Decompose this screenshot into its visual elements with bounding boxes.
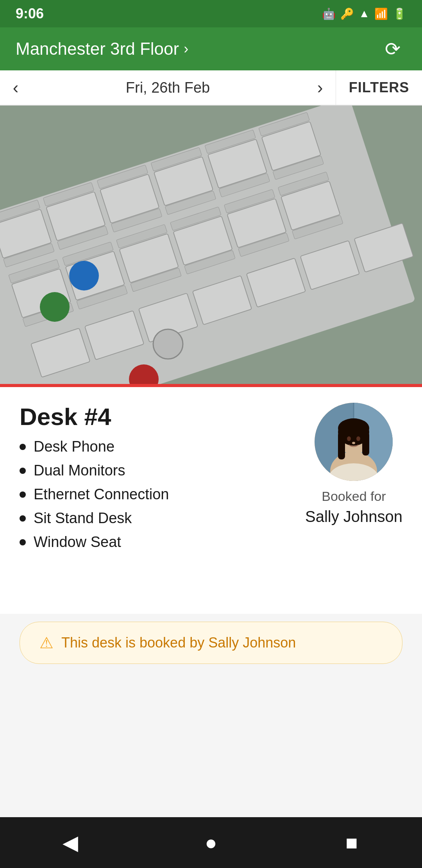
amenity-label-desk-phone: Desk Phone (34, 438, 114, 455)
floor-plan-svg (0, 106, 422, 387)
refresh-icon: ⟳ (385, 38, 401, 60)
desk-title: Desk #4 (20, 403, 169, 430)
android-icon: 🤖 (322, 7, 336, 20)
date-nav-bar: ‹ Fri, 26th Feb › FILTERS (0, 70, 422, 106)
filters-button[interactable]: FILTERS (336, 70, 422, 105)
booked-person-name: Sally Johnson (305, 508, 402, 525)
amenity-label-dual-monitors: Dual Monitors (34, 462, 125, 479)
refresh-button[interactable]: ⟳ (379, 35, 406, 63)
desk-info-section: Desk #4 Desk Phone Dual Monitors Etherne… (20, 403, 169, 558)
current-date-label: Fri, 26th Feb (31, 79, 304, 96)
header-title-area: Manchester 3rd Floor › (16, 39, 188, 59)
back-nav-button[interactable]: ◀ (47, 819, 94, 866)
signal-icon: 📶 (374, 7, 388, 20)
gray-status-dot (153, 329, 183, 359)
recent-nav-icon: ■ (345, 831, 358, 854)
amenity-item-ethernet: Ethernet Connection (20, 486, 169, 503)
header-title-chevron-icon: › (184, 41, 188, 57)
date-section: ‹ Fri, 26th Feb › (0, 70, 336, 105)
amenity-item-sit-stand: Sit Stand Desk (20, 510, 169, 527)
amenity-item-dual-monitors: Dual Monitors (20, 462, 169, 479)
map-bottom-line (0, 384, 422, 387)
amenities-list: Desk Phone Dual Monitors Ethernet Connec… (20, 438, 169, 551)
amenity-label-sit-stand: Sit Stand Desk (34, 510, 132, 527)
detail-header: Desk #4 Desk Phone Dual Monitors Etherne… (20, 403, 402, 558)
home-nav-button[interactable]: ● (188, 819, 234, 866)
booked-for-label: Booked for (322, 489, 386, 504)
svg-rect-52 (338, 432, 345, 459)
amenity-item-window-seat: Window Seat (20, 534, 169, 551)
detail-panel: Desk #4 Desk Phone Dual Monitors Etherne… (0, 387, 422, 614)
green-status-dot-1 (40, 292, 70, 322)
prev-date-button[interactable]: ‹ (0, 70, 31, 105)
recent-nav-button[interactable]: ■ (328, 819, 375, 866)
bullet-icon (20, 539, 26, 545)
svg-point-55 (347, 436, 351, 441)
warning-icon: ⚠ (39, 634, 54, 652)
bullet-icon (20, 444, 26, 450)
amenity-item-desk-phone: Desk Phone (20, 438, 169, 455)
warning-text: This desk is booked by Sally Johnson (61, 635, 296, 651)
bullet-icon (20, 468, 26, 474)
wifi-icon: ▲ (359, 7, 370, 20)
booked-section: Booked for Sally Johnson (305, 403, 402, 525)
home-nav-icon: ● (205, 831, 217, 854)
status-bar: 9:06 🤖 🔑 ▲ 📶 🔋 (0, 0, 422, 27)
status-icons: 🤖 🔑 ▲ 📶 🔋 (322, 7, 406, 20)
floor-plan (0, 106, 422, 387)
avatar-svg (315, 403, 393, 481)
svg-point-54 (338, 418, 369, 438)
status-time: 9:06 (16, 5, 44, 22)
svg-point-56 (356, 436, 360, 441)
next-date-button[interactable]: › (304, 70, 336, 105)
amenity-label-window-seat: Window Seat (34, 534, 121, 551)
nav-bar: ◀ ● ■ (0, 817, 422, 868)
battery-icon: 🔋 (393, 7, 406, 20)
warning-banner: ⚠ This desk is booked by Sally Johnson (20, 622, 402, 664)
bullet-icon (20, 515, 26, 522)
header-title-text: Manchester 3rd Floor (16, 39, 179, 59)
amenity-label-ethernet: Ethernet Connection (34, 486, 169, 503)
avatar (315, 403, 393, 481)
bullet-icon (20, 491, 26, 498)
svg-point-57 (352, 442, 355, 444)
vpn-icon: 🔑 (340, 7, 354, 20)
back-nav-icon: ◀ (63, 831, 78, 854)
app-header: Manchester 3rd Floor › ⟳ (0, 27, 422, 70)
blue-status-dot (69, 261, 99, 291)
floor-map-container (0, 106, 422, 387)
